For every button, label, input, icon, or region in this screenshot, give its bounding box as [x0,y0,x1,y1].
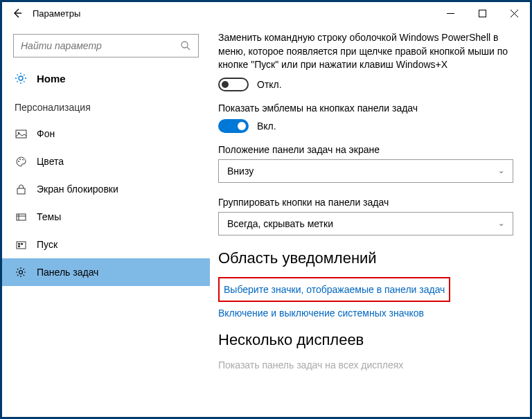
svg-rect-0 [479,10,486,17]
notification-area-heading: Область уведомлений [218,249,513,267]
svg-point-2 [19,76,23,80]
powershell-setting-text: Заменить командную строку оболочкой Wind… [218,31,513,72]
multiple-displays-text: Показать панель задач на всех дисплеях [218,359,513,373]
svg-point-5 [18,161,19,162]
toggle-state-label: Вкл. [257,121,276,132]
svg-point-14 [19,271,23,274]
sidebar-home[interactable]: Home [2,64,210,92]
sidebar-item-taskbar[interactable]: Панель задач [2,258,210,286]
svg-point-6 [19,159,21,160]
start-icon [15,239,27,251]
content-area: Home Персонализация Фон Цвета Экран блок… [2,24,530,417]
taskbar-position-dropdown[interactable]: Внизу ⌄ [218,159,513,183]
badges-setting-label: Показать эмблемы на кнопках панели задач [218,102,513,114]
svg-rect-12 [21,243,23,245]
sidebar-item-lockscreen[interactable]: Экран блокировки [2,175,210,203]
sidebar-item-label: Экран блокировки [37,184,118,195]
svg-rect-13 [18,245,20,247]
window-controls [434,2,530,24]
search-input[interactable] [21,40,180,51]
select-taskbar-icons-link[interactable]: Выберите значки, отображаемые в панели з… [218,277,450,302]
sidebar-item-themes[interactable]: Темы [2,203,210,231]
sidebar-section-label: Персонализация [2,92,210,120]
group-buttons-label: Группировать кнопки на панели задач [218,197,513,208]
sidebar: Home Персонализация Фон Цвета Экран блок… [2,24,210,417]
sidebar-item-label: Пуск [37,239,57,250]
dropdown-value: Внизу [227,166,254,177]
back-button[interactable] [5,2,30,24]
arrow-left-icon [12,8,23,19]
sidebar-item-colors[interactable]: Цвета [2,148,210,175]
taskbar-gear-icon [15,266,27,278]
search-box[interactable] [13,34,199,57]
svg-rect-9 [17,214,26,220]
sidebar-home-label: Home [37,73,66,84]
taskbar-position-label: Положение панели задач на экране [218,144,513,155]
settings-window: Параметры Home Пер [0,0,532,419]
main-panel: Заменить командную строку оболочкой Wind… [210,24,530,417]
dropdown-value: Всегда, скрывать метки [227,218,333,229]
svg-rect-8 [17,188,25,194]
chevron-down-icon: ⌄ [498,219,504,228]
close-button[interactable] [498,2,530,24]
titlebar: Параметры [2,2,530,24]
svg-point-1 [181,42,188,48]
minimize-icon [447,10,454,17]
maximize-icon [479,10,486,17]
sidebar-item-label: Цвета [37,156,64,167]
search-icon [180,40,191,51]
group-buttons-dropdown[interactable]: Всегда, скрывать метки ⌄ [218,212,513,235]
picture-icon [15,128,27,140]
badges-toggle[interactable] [218,119,249,133]
sidebar-item-label: Панель задач [37,267,98,278]
svg-rect-11 [18,243,20,245]
sidebar-item-background[interactable]: Фон [2,120,210,148]
themes-icon [15,211,27,223]
svg-rect-10 [17,242,26,249]
powershell-toggle-row: Откл. [218,78,513,91]
svg-point-7 [22,159,24,160]
powershell-toggle[interactable] [218,78,249,91]
gear-icon [15,72,27,84]
palette-icon [15,156,27,168]
window-title: Параметры [30,8,80,19]
maximize-button[interactable] [466,2,498,24]
close-icon [511,10,518,17]
toggle-state-label: Откл. [257,79,282,90]
sidebar-item-label: Фон [37,128,55,139]
multiple-displays-heading: Несколько дисплеев [218,331,513,349]
badges-toggle-row: Вкл. [218,119,513,133]
lock-icon [15,184,27,195]
minimize-button[interactable] [434,2,466,24]
sidebar-item-label: Темы [37,211,61,222]
system-icons-link[interactable]: Включение и выключение системных значков [218,307,513,319]
svg-rect-3 [16,130,26,138]
sidebar-item-start[interactable]: Пуск [2,231,210,258]
chevron-down-icon: ⌄ [498,166,504,175]
